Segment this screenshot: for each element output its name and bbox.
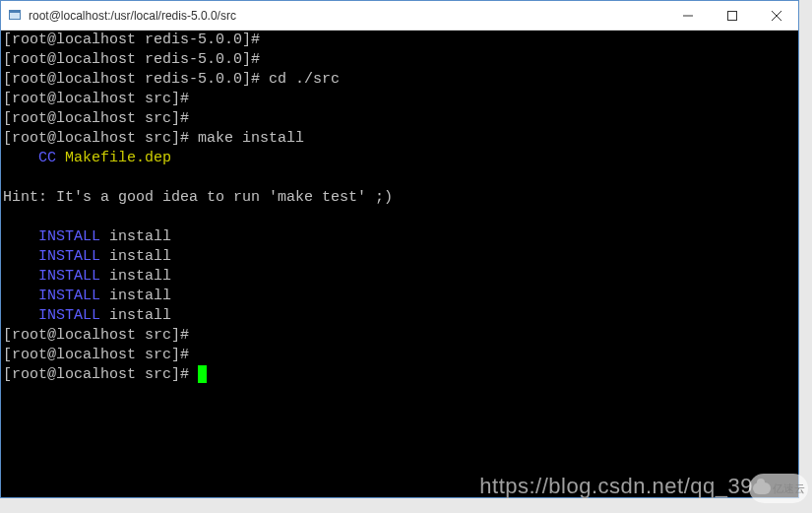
maximize-button[interactable] bbox=[710, 1, 754, 30]
install-label: INSTALL bbox=[38, 307, 100, 324]
titlebar[interactable]: root@localhost:/usr/local/redis-5.0.0/sr… bbox=[1, 1, 798, 31]
install-word: install bbox=[109, 288, 171, 304]
install-word: install bbox=[109, 248, 171, 265]
cursor bbox=[198, 365, 207, 383]
prompt: [root@localhost redis-5.0.0]# bbox=[3, 71, 260, 88]
install-label: INSTALL bbox=[38, 228, 100, 245]
cc-file: Makefile.dep bbox=[65, 150, 171, 166]
prompt: [root@localhost redis-5.0.0]# bbox=[3, 32, 260, 48]
close-button[interactable] bbox=[754, 1, 798, 30]
terminal-viewport[interactable]: [root@localhost redis-5.0.0]# [root@loca… bbox=[1, 31, 798, 497]
prompt: [root@localhost src]# bbox=[3, 91, 189, 107]
prompt: [root@localhost src]# bbox=[3, 327, 189, 344]
cc-label: CC bbox=[38, 150, 56, 166]
prompt: [root@localhost src]# bbox=[3, 366, 198, 383]
install-word: install bbox=[109, 268, 171, 285]
install-word: install bbox=[109, 307, 171, 324]
window-controls bbox=[665, 1, 798, 30]
app-icon bbox=[7, 8, 23, 24]
terminal-window: root@localhost:/usr/local/redis-5.0.0/sr… bbox=[0, 0, 799, 498]
prompt: [root@localhost src]# bbox=[3, 130, 189, 147]
prompt: [root@localhost src]# bbox=[3, 347, 189, 363]
window-title: root@localhost:/usr/local/redis-5.0.0/sr… bbox=[29, 9, 236, 23]
install-word: install bbox=[109, 228, 171, 245]
cmd: make install bbox=[189, 130, 304, 147]
prompt: [root@localhost redis-5.0.0]# bbox=[3, 51, 260, 68]
install-label: INSTALL bbox=[38, 268, 100, 285]
install-label: INSTALL bbox=[38, 288, 100, 304]
hint-line: Hint: It's a good idea to run 'make test… bbox=[3, 189, 393, 206]
prompt: [root@localhost src]# bbox=[3, 110, 189, 127]
svg-rect-4 bbox=[727, 11, 736, 20]
title-left: root@localhost:/usr/local/redis-5.0.0/sr… bbox=[1, 8, 236, 24]
install-label: INSTALL bbox=[38, 248, 100, 265]
svg-rect-2 bbox=[10, 11, 20, 13]
cmd: cd ./src bbox=[260, 71, 340, 88]
minimize-button[interactable] bbox=[665, 1, 710, 30]
